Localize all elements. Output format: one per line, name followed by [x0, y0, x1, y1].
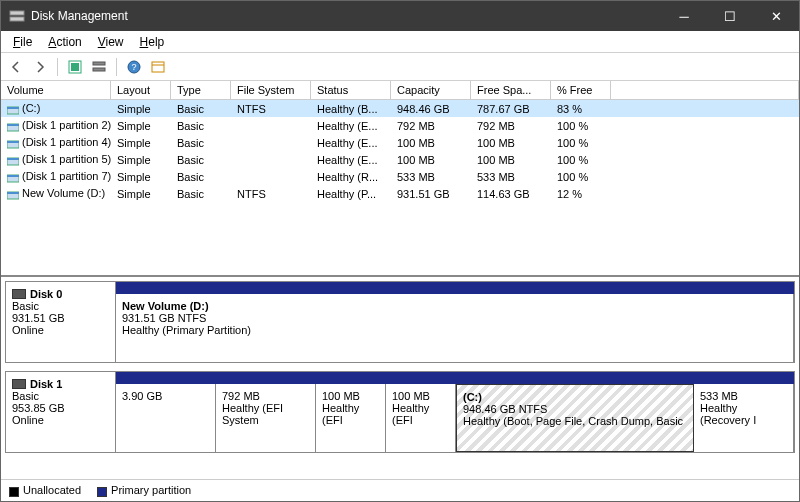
back-icon[interactable] [7, 58, 25, 76]
partition[interactable]: 100 MBHealthy (EFI [316, 384, 386, 452]
disk-panel: Disk 0Basic931.51 GBOnlineNew Volume (D:… [1, 277, 799, 479]
menu-action[interactable]: Action [40, 33, 89, 51]
col-status[interactable]: Status [311, 81, 391, 99]
col-capacity[interactable]: Capacity [391, 81, 471, 99]
partition[interactable]: New Volume (D:)931.51 GB NTFSHealthy (Pr… [116, 294, 794, 362]
svg-text:?: ? [131, 62, 136, 72]
col-type[interactable]: Type [171, 81, 231, 99]
partition[interactable]: (C:)948.46 GB NTFSHealthy (Boot, Page Fi… [456, 384, 694, 452]
help-icon[interactable]: ? [125, 58, 143, 76]
disk-icon [12, 289, 26, 299]
col-layout[interactable]: Layout [111, 81, 171, 99]
minimize-button[interactable]: ─ [661, 1, 707, 31]
volume-row[interactable]: New Volume (D:)SimpleBasicNTFSHealthy (P… [1, 185, 799, 202]
titlebar[interactable]: Disk Management ─ ☐ ✕ [1, 1, 799, 31]
svg-rect-1 [10, 17, 24, 21]
volume-row[interactable]: (Disk 1 partition 7)SimpleBasicHealthy (… [1, 168, 799, 185]
svg-rect-17 [7, 158, 19, 160]
legend: Unallocated Primary partition [1, 479, 799, 501]
close-button[interactable]: ✕ [753, 1, 799, 31]
svg-rect-5 [93, 68, 105, 71]
menubar: File Action View Help [1, 31, 799, 53]
partition[interactable]: 3.90 GB [116, 384, 216, 452]
window: Disk Management ─ ☐ ✕ File Action View H… [0, 0, 800, 502]
col-free[interactable]: Free Spa... [471, 81, 551, 99]
menu-view[interactable]: View [90, 33, 132, 51]
svg-rect-8 [152, 62, 164, 72]
menu-help[interactable]: Help [132, 33, 173, 51]
window-title: Disk Management [31, 9, 128, 23]
svg-rect-15 [7, 141, 19, 143]
volume-row[interactable]: (Disk 1 partition 4)SimpleBasicHealthy (… [1, 134, 799, 151]
legend-unallocated-swatch [9, 487, 19, 497]
app-icon [9, 8, 25, 24]
svg-rect-11 [7, 107, 19, 109]
svg-rect-21 [7, 192, 19, 194]
forward-icon[interactable] [31, 58, 49, 76]
legend-primary-swatch [97, 487, 107, 497]
partition[interactable]: 533 MBHealthy (Recovery I [694, 384, 794, 452]
partition[interactable]: 100 MBHealthy (EFI [386, 384, 456, 452]
menu-file[interactable]: File [5, 33, 40, 51]
svg-rect-0 [10, 11, 24, 15]
volume-row[interactable]: (C:)SimpleBasicNTFSHealthy (B...948.46 G… [1, 100, 799, 117]
svg-rect-4 [93, 62, 105, 65]
toolbar-icon-2[interactable] [149, 58, 167, 76]
toolbar: ? [1, 53, 799, 81]
disk-label[interactable]: Disk 1Basic953.85 GBOnline [6, 372, 116, 452]
col-pfree[interactable]: % Free [551, 81, 611, 99]
disk-label[interactable]: Disk 0Basic931.51 GBOnline [6, 282, 116, 362]
volume-row[interactable]: (Disk 1 partition 5)SimpleBasicHealthy (… [1, 151, 799, 168]
toolbar-icon-1[interactable] [66, 58, 84, 76]
svg-rect-19 [7, 175, 19, 177]
svg-rect-3 [71, 63, 79, 71]
disk-row: Disk 1Basic953.85 GBOnline3.90 GB792 MBH… [5, 371, 795, 453]
svg-rect-13 [7, 124, 19, 126]
refresh-icon[interactable] [90, 58, 108, 76]
col-fs[interactable]: File System [231, 81, 311, 99]
disk-icon [12, 379, 26, 389]
maximize-button[interactable]: ☐ [707, 1, 753, 31]
partition[interactable]: 792 MBHealthy (EFI System [216, 384, 316, 452]
col-volume[interactable]: Volume [1, 81, 111, 99]
volume-row[interactable]: (Disk 1 partition 2)SimpleBasicHealthy (… [1, 117, 799, 134]
disk-row: Disk 0Basic931.51 GBOnlineNew Volume (D:… [5, 281, 795, 363]
volume-list: Volume Layout Type File System Status Ca… [1, 81, 799, 277]
